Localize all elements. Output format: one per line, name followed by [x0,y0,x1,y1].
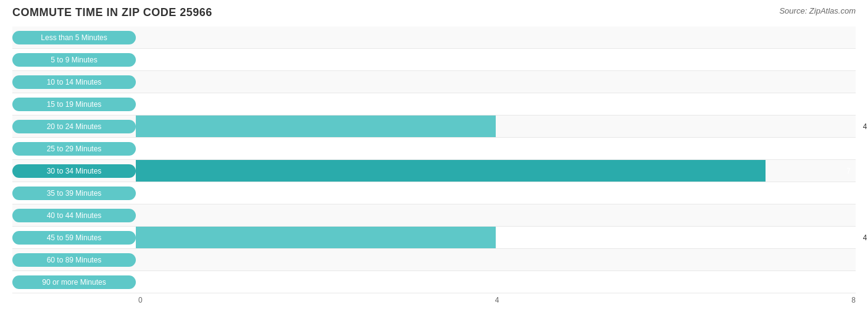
chart-source: Source: ZipAtlas.com [779,6,856,15]
bar-track [136,249,856,271]
bar-label: 45 to 59 Minutes [12,231,136,245]
bar-label: 60 to 89 Minutes [12,253,136,267]
bar-track [136,27,856,48]
bar-value-label: 7 [846,167,851,175]
bar-value-label: 4 [859,233,867,242]
bar-row: 45 to 59 Minutes 4 [12,227,856,249]
bar-track: 4 [136,227,856,248]
bar-row: Less than 5 Minutes [12,27,856,49]
bar-row: 60 to 89 Minutes [12,249,856,271]
bar-row: 35 to 39 Minutes [12,182,856,204]
bar-track: 7 [136,160,856,182]
bar-track [136,204,856,226]
bar-fill [136,160,766,182]
bar-label: 10 to 14 Minutes [12,75,136,89]
rows-container: Less than 5 Minutes 5 to 9 Minutes 10 to… [12,27,856,293]
bar-label: 20 to 24 Minutes [12,120,136,133]
bar-value-label: 4 [859,122,867,131]
bar-row: 25 to 29 Minutes [12,138,856,160]
x-axis-label: 8 [851,296,856,304]
bar-label: 25 to 29 Minutes [12,142,136,156]
bar-fill [136,227,496,248]
bar-label: 35 to 39 Minutes [12,187,136,200]
bar-row: 30 to 34 Minutes 7 [12,160,856,182]
bar-row: 5 to 9 Minutes [12,49,856,71]
bar-track: 4 [136,115,856,137]
x-axis-label: 4 [495,296,499,304]
chart-container: COMMUTE TIME IN ZIP CODE 25966 Source: Z… [0,0,868,323]
bar-track [136,71,856,93]
bar-track [136,182,856,204]
bar-label: Less than 5 Minutes [12,31,136,44]
bar-row: 10 to 14 Minutes [12,71,856,93]
bar-row: 40 to 44 Minutes [12,204,856,227]
bar-fill [136,115,496,137]
chart-title: COMMUTE TIME IN ZIP CODE 25966 [12,6,212,19]
bar-track [136,49,856,70]
bar-label: 15 to 19 Minutes [12,98,136,111]
bar-row: 15 to 19 Minutes [12,93,856,115]
x-axis: 048 [12,296,856,304]
bar-track [136,271,856,293]
x-axis-label: 0 [138,296,143,304]
bar-track [136,138,856,159]
bar-label: 90 or more Minutes [12,275,136,289]
bar-label: 5 to 9 Minutes [12,53,136,67]
bar-label: 30 to 34 Minutes [12,164,136,178]
chart-body: Less than 5 Minutes 5 to 9 Minutes 10 to… [12,27,856,288]
chart-header: COMMUTE TIME IN ZIP CODE 25966 Source: Z… [12,6,856,19]
bar-row: 20 to 24 Minutes 4 [12,115,856,138]
bar-label: 40 to 44 Minutes [12,209,136,222]
bar-row: 90 or more Minutes [12,271,856,293]
bar-track [136,93,856,115]
